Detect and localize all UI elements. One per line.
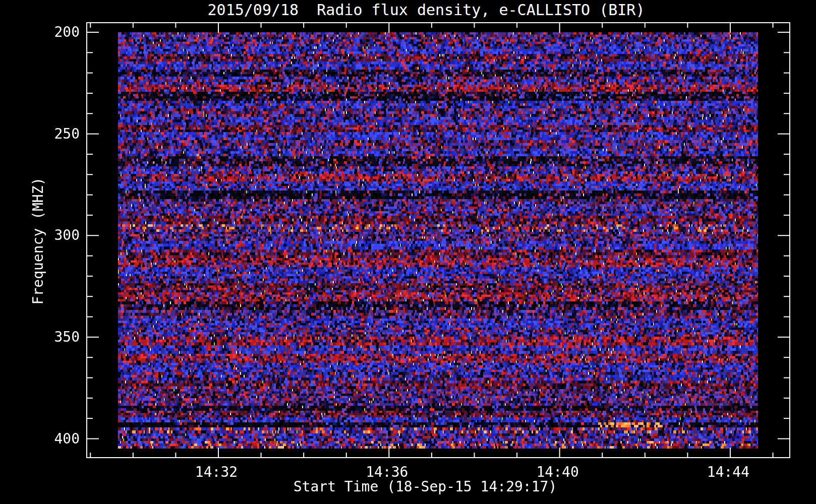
y-tick-label: 200: [10, 25, 80, 40]
x-axis-label: Start Time (18-Sep-15 14:29:17): [74, 479, 777, 495]
y-tick-label: 250: [10, 127, 80, 142]
x-tick-label: 14:36: [346, 465, 427, 480]
plot-frame: [87, 23, 790, 458]
x-tick-label: 14:44: [688, 465, 769, 480]
axes-frame: [0, 0, 816, 504]
y-tick-label: 400: [10, 431, 80, 447]
y-tick-label: 350: [10, 330, 80, 345]
x-tick-label: 14:32: [176, 465, 257, 480]
y-axis-label: Frequency (MHZ): [30, 177, 46, 305]
x-tick-label: 14:40: [517, 465, 598, 480]
